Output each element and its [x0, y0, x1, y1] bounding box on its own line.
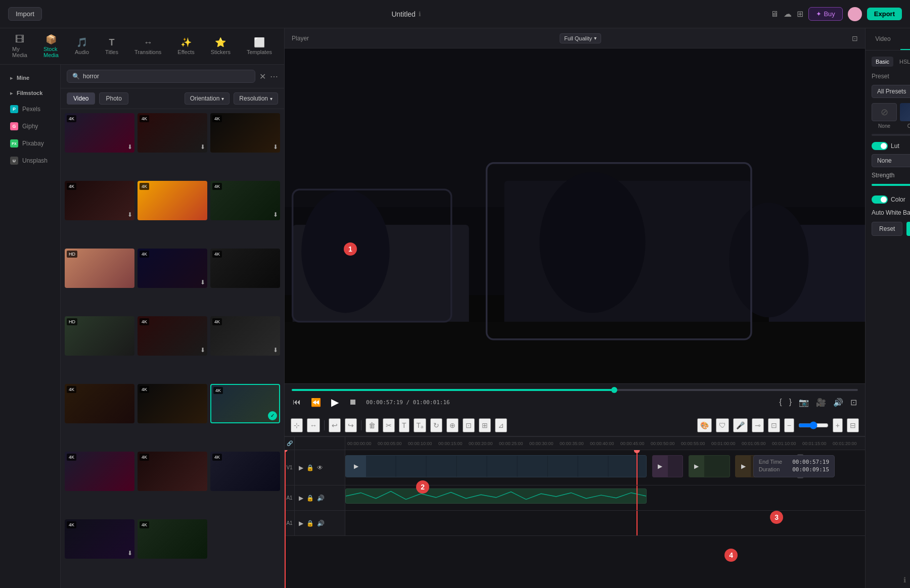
transform-tool[interactable]: ⊞ — [479, 418, 491, 432]
media-item[interactable]: 4K ⬇ — [65, 519, 134, 559]
volume-button[interactable]: 🔊 — [832, 397, 844, 408]
tab-color[interactable]: Color — [900, 28, 910, 50]
audio-lock-button[interactable]: 🔒 — [306, 495, 314, 502]
undo-button[interactable]: ↩ — [329, 418, 341, 432]
audio2-mute-button[interactable]: 🔊 — [317, 520, 325, 527]
all-presets-dropdown[interactable]: All Presets ▾ — [872, 85, 910, 98]
color-tool[interactable]: 🎨 — [697, 418, 712, 432]
subtab-basic[interactable]: Basic — [872, 57, 893, 67]
overlay-tool[interactable]: ⊡ — [768, 418, 780, 432]
sidebar-item-pexels[interactable]: P Pexels — [3, 101, 57, 117]
video-eye-button[interactable]: 👁 — [317, 464, 323, 471]
media-item[interactable]: 4K — [65, 384, 134, 423]
video-clip-1[interactable]: ▶ — [345, 455, 647, 477]
step-back-button[interactable]: ⏮ — [292, 397, 302, 408]
search-input[interactable] — [83, 73, 250, 80]
media-item[interactable]: 4K ⬇ — [210, 181, 280, 220]
tab-video[interactable]: Video — [866, 28, 900, 50]
tab-effects[interactable]: ✨ Effects — [170, 34, 201, 59]
zoom-in-tool[interactable]: + — [833, 418, 843, 432]
media-item[interactable]: 4K ⬇ — [138, 316, 207, 356]
media-item[interactable]: 4K — [138, 452, 207, 491]
text-tool[interactable]: T — [399, 418, 410, 432]
preset-range-bar[interactable] — [872, 134, 910, 136]
speed-tool[interactable]: ⊕ — [446, 418, 459, 432]
media-item[interactable]: 4K ⬇ — [210, 113, 280, 153]
play-button[interactable]: ▶ — [330, 395, 340, 409]
media-item[interactable]: 4K — [138, 181, 207, 220]
media-item[interactable]: 4K — [210, 249, 280, 288]
media-item[interactable]: 4K ⬇ — [210, 316, 280, 356]
camera-button[interactable]: 🎥 — [815, 397, 827, 408]
stop-button[interactable]: ⏹ — [348, 397, 358, 408]
loop-tool[interactable]: ↻ — [430, 418, 442, 432]
media-item-selected[interactable]: 4K ✓ — [210, 384, 280, 423]
more-options-button[interactable]: ⋯ — [270, 72, 278, 81]
shield-tool[interactable]: 🛡 — [716, 418, 729, 432]
tab-stock-media[interactable]: 📦 Stock Media — [36, 31, 66, 62]
redo-button[interactable]: ↪ — [345, 418, 357, 432]
sidebar-item-mine[interactable]: ▸ Mine — [3, 71, 57, 85]
media-item[interactable]: 4K ⬇ — [138, 249, 207, 288]
lut-toggle[interactable] — [872, 142, 888, 150]
trim-tool[interactable]: ↔ — [307, 418, 320, 432]
tab-templates[interactable]: ⬜ Templates — [240, 34, 279, 59]
strength-slider[interactable] — [872, 184, 910, 186]
export-button[interactable]: Export — [867, 8, 902, 20]
progress-bar[interactable] — [292, 389, 858, 391]
quality-select[interactable]: Full Quality ▾ — [560, 33, 601, 43]
frame-back-button[interactable]: ⏪ — [310, 397, 322, 408]
select-tool[interactable]: ⊹ — [291, 418, 303, 432]
media-item[interactable]: 4K — [65, 452, 134, 491]
media-item[interactable]: 4K — [210, 452, 280, 491]
video-lock-button[interactable]: 🔒 — [306, 464, 314, 471]
split-tool[interactable]: ⊸ — [752, 418, 764, 432]
mic-tool[interactable]: 🎤 — [733, 418, 748, 432]
import-button[interactable]: Import — [8, 7, 42, 21]
delete-button[interactable]: 🗑 — [366, 418, 379, 432]
tab-titles[interactable]: T Titles — [98, 34, 125, 59]
screenshot-button[interactable]: 📷 — [798, 397, 810, 408]
sidebar-item-giphy[interactable]: G Giphy — [3, 118, 57, 134]
zoom-slider[interactable] — [798, 421, 829, 429]
tab-audio[interactable]: 🎵 Audio — [68, 34, 96, 59]
layout-tool[interactable]: ⊟ — [847, 418, 859, 432]
mark-out-button[interactable]: } — [788, 397, 793, 408]
preset-none[interactable]: ⊘ None — [872, 103, 897, 129]
orientation-dropdown[interactable]: Orientation ▾ — [185, 92, 230, 105]
link-icon[interactable]: 🔗 — [287, 440, 293, 446]
tab-my-media[interactable]: 🎞 My Media — [5, 31, 34, 62]
media-item[interactable]: HD — [65, 316, 134, 356]
video-clip-2[interactable]: ▶ — [652, 455, 684, 477]
lut-select-dropdown[interactable]: None ▾ — [872, 154, 910, 167]
audio2-lock-button[interactable]: 🔒 — [306, 520, 314, 527]
video-clip-3[interactable]: ▶ — [689, 455, 730, 477]
search-input-wrap[interactable]: 🔍 — [67, 70, 255, 83]
media-item[interactable]: 4K ⬇ — [65, 181, 134, 220]
cut-button[interactable]: ✂ — [383, 418, 395, 432]
audio-waveform-clip[interactable] — [345, 488, 647, 504]
video-play-button[interactable]: ▶ — [299, 464, 303, 471]
save-custom-button[interactable]: Save as Custom — [906, 222, 910, 236]
sidebar-item-filmstock[interactable]: ▸ Filmstock — [3, 86, 57, 100]
crop-tool[interactable]: ⊡ — [463, 418, 475, 432]
media-item[interactable]: HD — [65, 249, 134, 288]
reset-button[interactable]: Reset — [872, 222, 902, 236]
preset-cool[interactable]: Cool — [900, 103, 910, 129]
tab-stickers[interactable]: ⭐ Stickers — [204, 34, 238, 59]
mark-in-button[interactable]: { — [778, 397, 783, 408]
subtab-hsl[interactable]: HSL — [895, 57, 910, 67]
sidebar-item-pixabay[interactable]: PX Pixabay — [3, 135, 57, 152]
tab-transitions[interactable]: ↔ Transitions — [127, 34, 168, 59]
photo-filter-button[interactable]: Photo — [99, 92, 128, 105]
color-toggle[interactable] — [872, 195, 888, 204]
resolution-dropdown[interactable]: Resolution ▾ — [234, 92, 278, 105]
audio-mute-button[interactable]: 🔊 — [317, 495, 325, 502]
media-item[interactable]: 4K ⬇ — [138, 113, 207, 153]
fullscreen-button[interactable]: ⊡ — [849, 397, 858, 408]
sidebar-item-unsplash[interactable]: U Unsplash — [3, 153, 57, 169]
audio2-play-button[interactable]: ▶ — [299, 520, 303, 527]
more-tool[interactable]: ⊿ — [495, 418, 507, 432]
title-tool[interactable]: Tₐ — [414, 418, 427, 432]
clear-search-button[interactable]: ✕ — [259, 72, 266, 81]
